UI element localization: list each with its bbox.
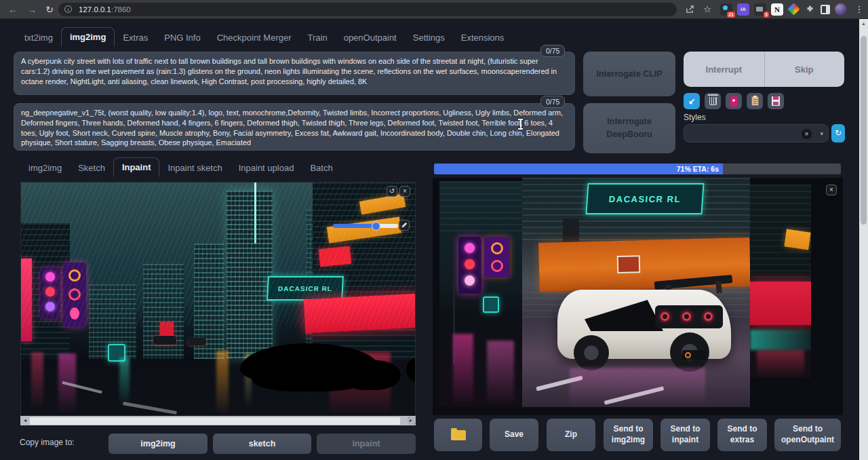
webui-page: txt2img img2img Extras PNG Info Checkpoi… bbox=[0, 19, 859, 460]
tab-extensions[interactable]: Extensions bbox=[453, 28, 513, 47]
prompt-input[interactable]: A cyberpunk city street with lots of tra… bbox=[14, 52, 575, 95]
skip-button[interactable]: Skip bbox=[764, 52, 845, 87]
browser-menu-icon[interactable]: ⋮ bbox=[853, 3, 865, 16]
brush-tool-button[interactable] bbox=[399, 220, 410, 231]
tab-mode-inpaint[interactable]: Inpaint bbox=[113, 157, 160, 177]
save-style-button[interactable] bbox=[768, 93, 784, 109]
scrollbar-up-icon[interactable]: ▲ bbox=[859, 19, 868, 28]
reflection bbox=[31, 352, 43, 410]
tab-mode-inpaint-upload[interactable]: Inpaint upload bbox=[231, 159, 302, 177]
save-button[interactable]: Save bbox=[490, 419, 538, 451]
rain-overlay bbox=[21, 183, 415, 327]
extra-networks-button[interactable] bbox=[726, 93, 742, 109]
tab-mode-img2img[interactable]: img2img bbox=[20, 159, 70, 177]
profile-avatar[interactable] bbox=[835, 3, 847, 16]
reflection bbox=[453, 334, 473, 406]
scroll-left-icon[interactable]: ◂ bbox=[20, 416, 30, 425]
tab-txt2img[interactable]: txt2img bbox=[16, 28, 61, 47]
tab-openoutpaint[interactable]: openOutpaint bbox=[336, 28, 405, 47]
tab-checkpoint-merger[interactable]: Checkpoint Merger bbox=[209, 28, 300, 47]
neon-dot bbox=[465, 275, 475, 286]
reflection bbox=[757, 350, 804, 377]
canvas-resize-handle[interactable] bbox=[408, 417, 416, 425]
extension-icon-ia[interactable]: IA bbox=[737, 3, 749, 16]
scrollbar-thumb[interactable] bbox=[30, 417, 400, 425]
street-car bbox=[188, 338, 206, 345]
send-to-openoutpaint-button[interactable]: Send to openOutpaint bbox=[774, 419, 841, 451]
browser-forward-button[interactable]: → bbox=[24, 2, 39, 17]
neon-sign bbox=[784, 229, 810, 250]
styles-label: Styles bbox=[684, 113, 706, 122]
browser-back-button[interactable]: ← bbox=[5, 2, 20, 17]
page-scrollbar[interactable]: ▲ bbox=[859, 19, 868, 460]
clear-styles-icon[interactable]: × bbox=[802, 129, 812, 139]
tab-extras[interactable]: Extras bbox=[115, 28, 156, 47]
slider-knob[interactable] bbox=[372, 222, 380, 231]
tab-settings[interactable]: Settings bbox=[405, 28, 453, 47]
extension-icon-2[interactable]: 3 bbox=[754, 3, 766, 16]
inpaint-canvas[interactable]: DACASICR RL bbox=[20, 182, 416, 415]
scrollbar-thumb[interactable] bbox=[861, 36, 867, 225]
canvas-horizontal-scrollbar[interactable]: ◂ ▸ bbox=[20, 416, 416, 425]
tab-mode-sketch[interactable]: Sketch bbox=[70, 159, 113, 177]
share-icon[interactable] bbox=[684, 3, 696, 16]
preview-background-left bbox=[439, 181, 522, 406]
send-to-extras-button[interactable]: Send to extras bbox=[717, 419, 767, 451]
tab-png-info[interactable]: PNG Info bbox=[156, 28, 208, 47]
folder-icon bbox=[451, 430, 466, 440]
browser-reload-button[interactable]: ↻ bbox=[42, 2, 57, 17]
preview-background-right bbox=[750, 185, 811, 378]
copy-to-sketch-button[interactable]: sketch bbox=[213, 434, 311, 454]
sidebar-toggle-icon[interactable] bbox=[819, 3, 831, 16]
tab-img2img[interactable]: img2img bbox=[61, 27, 115, 47]
trash-icon bbox=[709, 97, 717, 105]
copy-to-inpaint-button[interactable]: inpaint bbox=[317, 434, 416, 454]
tab-train[interactable]: Train bbox=[300, 28, 336, 47]
live-preview-area: DACASICR RL bbox=[433, 178, 843, 415]
negative-prompt-input[interactable]: ng_deepnegative_v1_75t, (worst quality, … bbox=[14, 103, 575, 151]
neon-traffic-sign bbox=[458, 237, 481, 294]
apply-styles-button[interactable] bbox=[747, 93, 763, 109]
street-car bbox=[153, 336, 176, 345]
neon-dot bbox=[465, 243, 475, 253]
storefront-sign: DACASICR RL bbox=[585, 183, 704, 214]
lane-marking bbox=[123, 402, 177, 415]
brush-size-slider[interactable] bbox=[333, 224, 398, 228]
negative-prompt-token-counter: 0/75 bbox=[540, 96, 565, 108]
tab-mode-inpaint-sketch[interactable]: Inpaint sketch bbox=[159, 159, 230, 177]
site-info-icon[interactable]: i bbox=[64, 5, 72, 13]
clear-prompt-button[interactable] bbox=[705, 93, 721, 109]
undo-button[interactable]: ↺ bbox=[387, 186, 397, 197]
close-preview-button[interactable]: × bbox=[826, 185, 837, 195]
paste-generation-params-button[interactable]: ↙ bbox=[684, 93, 700, 109]
url-port: :7860 bbox=[111, 5, 131, 14]
zip-button[interactable]: Zip bbox=[547, 419, 595, 451]
open-folder-button[interactable] bbox=[434, 419, 482, 451]
text-cursor bbox=[517, 118, 524, 130]
inpaint-mask-blob bbox=[340, 360, 401, 390]
refresh-styles-button[interactable]: ↻ bbox=[831, 124, 845, 142]
tab-mode-batch[interactable]: Batch bbox=[302, 159, 340, 177]
interrogate-clip-button[interactable]: Interrogate CLIP bbox=[583, 52, 675, 96]
browser-toolbar: ← → ↻ i 127.0.0.1:7860 ☆ 21 IA 3 N ⋮ bbox=[0, 0, 868, 19]
preview-image: DACASICR RL bbox=[522, 178, 750, 407]
extensions-puzzle-icon[interactable] bbox=[804, 3, 816, 16]
interrupt-button[interactable]: Interrupt bbox=[684, 52, 764, 87]
send-to-img2img-button[interactable]: Send to img2img bbox=[604, 419, 653, 451]
chevron-down-icon[interactable]: ▾ bbox=[820, 129, 823, 139]
address-bar[interactable]: i 127.0.0.1:7860 bbox=[58, 3, 677, 16]
styles-dropdown[interactable]: × ▾ bbox=[684, 124, 829, 142]
car-wheel bbox=[574, 335, 609, 370]
notion-extension-icon[interactable]: N bbox=[771, 3, 783, 16]
clear-image-button[interactable]: × bbox=[399, 186, 410, 197]
extension-icon-1[interactable]: 21 bbox=[720, 3, 732, 16]
interrogate-deepbooru-button[interactable]: Interrogate DeepBooru bbox=[583, 103, 675, 153]
colorful-extension-icon[interactable] bbox=[787, 3, 800, 16]
bookmark-star-icon[interactable]: ☆ bbox=[701, 3, 713, 16]
copy-to-img2img-button[interactable]: img2img bbox=[108, 434, 208, 454]
save-floppy-icon bbox=[772, 96, 780, 106]
inpaint-mask-blob bbox=[406, 358, 416, 382]
send-to-inpaint-button[interactable]: Send to inpaint bbox=[660, 419, 710, 451]
reflection bbox=[487, 341, 514, 406]
progress-fill: 71% ETA: 6s bbox=[434, 164, 723, 174]
